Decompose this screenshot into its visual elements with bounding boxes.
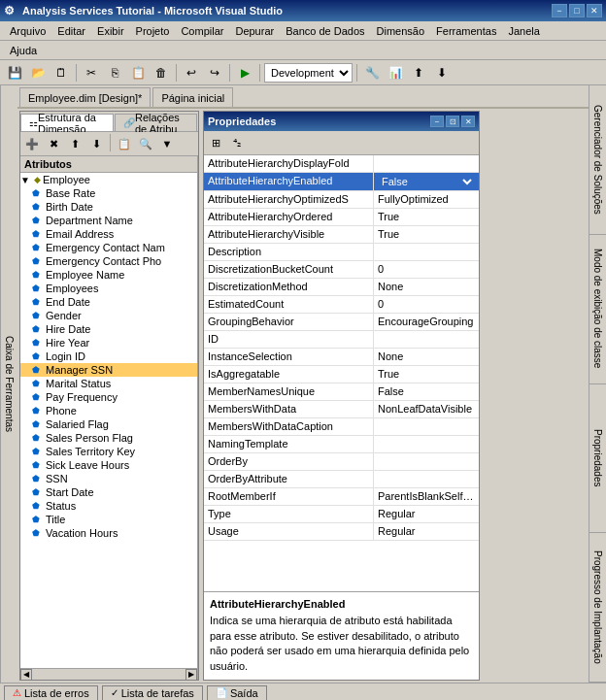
props-val-18[interactable] (374, 471, 479, 487)
props-row-7[interactable]: DiscretizationMethod None (204, 279, 479, 296)
props-row-21[interactable]: Usage Regular (204, 523, 479, 541)
status-tab-tarefas[interactable]: ✓ Lista de tarefas (102, 685, 203, 701)
props-val-21[interactable]: Regular (374, 523, 479, 540)
dim-btn-filter[interactable]: ▼ (157, 134, 177, 153)
menu-banco[interactable]: Banco de Dados (280, 23, 370, 39)
props-row-6[interactable]: DiscretizationBucketCount 0 (204, 261, 479, 279)
maximize-button[interactable]: □ (569, 4, 585, 17)
props-row-1[interactable]: AttributeHierarchyEnabled False True (204, 173, 479, 191)
props-minimize[interactable]: − (430, 116, 444, 127)
tree-item-11[interactable]: ⬟ Hire Year (20, 336, 197, 350)
toolbar-btn-d[interactable]: ⬇ (431, 62, 453, 83)
tree-item-23[interactable]: ⬟ Status (20, 499, 197, 513)
props-row-10[interactable]: ID (204, 331, 479, 349)
tab-welcome[interactable]: Página inicial (152, 87, 233, 107)
props-row-2[interactable]: AttributeHierarchyOptimizedS FullyOptimi… (204, 191, 479, 209)
right-label-props[interactable]: Propriedades (589, 384, 606, 534)
menu-compilar[interactable]: Compilar (175, 23, 229, 39)
tree-item-15[interactable]: ⬟ Pay Frequency (20, 390, 197, 404)
props-val-1[interactable]: False True (374, 173, 479, 190)
props-val-15[interactable] (374, 418, 479, 435)
toolbar-save[interactable]: 💾 (4, 62, 25, 83)
tree-item-13[interactable]: ⬟ Manager SSN (20, 363, 197, 377)
dim-btn-search[interactable]: 🔍 (136, 134, 155, 153)
tree-item-21[interactable]: ⬟ SSN (20, 472, 197, 485)
tree-root-employee[interactable]: ▼ ◆ Employee (20, 173, 197, 186)
title-bar-controls[interactable]: − □ ✕ (552, 4, 602, 17)
props-val-11[interactable]: None (374, 349, 479, 365)
tree-item-9[interactable]: ⬟ Gender (20, 309, 197, 322)
tree-item-18[interactable]: ⬟ Sales Person Flag (20, 431, 197, 445)
right-label-modo[interactable]: Modo de exibição de classe (589, 235, 606, 384)
props-row-20[interactable]: Type Regular (204, 506, 479, 523)
props-val-14[interactable]: NonLeafDataVisible (374, 401, 479, 417)
props-val-2[interactable]: FullyOptimized (374, 191, 479, 208)
dim-btn-view[interactable]: 📋 (115, 134, 134, 153)
props-row-5[interactable]: Description (204, 244, 479, 261)
props-val-9[interactable]: EncourageGrouping (374, 314, 479, 330)
tree-item-8[interactable]: ⬟ End Date (20, 295, 197, 309)
props-row-9[interactable]: GroupingBehavior EncourageGrouping (204, 314, 479, 331)
toolbar-save-all[interactable]: 🗒 (50, 62, 72, 83)
menu-arquivo[interactable]: Arquivo (4, 23, 51, 39)
scroll-right[interactable]: ▶ (185, 669, 197, 681)
props-val-10[interactable] (374, 331, 479, 348)
props-row-16[interactable]: NamingTemplate (204, 436, 479, 453)
props-val-7[interactable]: None (374, 279, 479, 295)
close-button[interactable]: ✕ (587, 4, 602, 17)
props-title-controls[interactable]: − ⊡ ✕ (430, 116, 475, 127)
right-label-gerenciador[interactable]: Gerenciador de Soluções (589, 85, 606, 235)
tree-item-6[interactable]: ⬟ Employee Name (20, 268, 197, 282)
tree-item-10[interactable]: ⬟ Hire Date (20, 322, 197, 336)
sub-tab-estrutura[interactable]: ⚏ Estrutura da Dimensão (20, 114, 114, 131)
menu-ferramentas[interactable]: Ferramentas (430, 23, 502, 39)
tree-item-17[interactable]: ⬟ Salaried Flag (20, 417, 197, 431)
props-close[interactable]: ✕ (461, 116, 475, 127)
status-tab-saida[interactable]: 📄 Saída (207, 685, 267, 701)
props-float[interactable]: ⊡ (446, 116, 459, 127)
menu-janela[interactable]: Janela (502, 23, 545, 39)
props-row-13[interactable]: MemberNamesUnique False (204, 383, 479, 401)
dim-btn-add[interactable]: ➕ (22, 134, 42, 153)
tree-item-24[interactable]: ⬟ Title (20, 513, 197, 526)
menu-ajuda[interactable]: Ajuda (4, 43, 43, 58)
toolbar-config-dropdown[interactable]: Development (264, 63, 353, 83)
toolbar-btn-c[interactable]: ⬆ (408, 62, 429, 83)
props-val-13[interactable]: False (374, 383, 479, 400)
left-panel-label[interactable]: Caixa de Ferramentas (0, 85, 17, 683)
toolbar-run[interactable]: ▶ (234, 62, 255, 83)
toolbar-open[interactable]: 📂 (27, 62, 49, 83)
tree-item-4[interactable]: ⬟ Emergency Contact Nam (20, 241, 197, 254)
toolbar-delete[interactable]: 🗑 (151, 62, 172, 83)
tree-item-22[interactable]: ⬟ Start Date (20, 485, 197, 499)
toolbar-copy[interactable]: ⎘ (104, 62, 125, 83)
status-tab-erros[interactable]: ⚠ Lista de erros (4, 685, 98, 701)
tree-item-5[interactable]: ⬟ Emergency Contact Pho (20, 254, 197, 268)
props-val-16[interactable] (374, 436, 479, 452)
props-row-12[interactable]: IsAggregatable True (204, 366, 479, 383)
props-sort-cat[interactable]: ⊞ (206, 133, 225, 152)
props-row-19[interactable]: RootMemberIf ParentIsBlankSelfOrMissing (204, 488, 479, 506)
tree-item-12[interactable]: ⬟ Login ID (20, 350, 197, 363)
menu-editar[interactable]: Editar (51, 23, 91, 39)
props-val-1-select[interactable]: False True (378, 175, 475, 188)
tree-item-2[interactable]: ⬟ Department Name (20, 214, 197, 227)
tab-employee-dim[interactable]: Employee.dim [Design]* (19, 87, 151, 107)
props-val-0[interactable] (374, 155, 479, 172)
dim-btn-down[interactable]: ⬇ (86, 134, 106, 153)
toolbar-cut[interactable]: ✂ (81, 62, 102, 83)
props-row-4[interactable]: AttributeHierarchyVisible True (204, 226, 479, 244)
menu-exibir[interactable]: Exibir (91, 23, 130, 39)
props-row-14[interactable]: MembersWithData NonLeafDataVisible (204, 401, 479, 418)
props-row-11[interactable]: InstanceSelection None (204, 349, 479, 366)
props-row-15[interactable]: MembersWithDataCaption (204, 418, 479, 436)
sub-tab-relacoes[interactable]: 🔗 Relações de Atribu (115, 114, 197, 131)
props-val-20[interactable]: Regular (374, 506, 479, 522)
props-sort-alpha[interactable]: ⁴₂ (227, 133, 247, 152)
tree-item-1[interactable]: ⬟ Birth Date (20, 200, 197, 214)
props-row-8[interactable]: EstimatedCount 0 (204, 296, 479, 314)
tree-item-3[interactable]: ⬟ Email Address (20, 227, 197, 241)
props-row-3[interactable]: AttributeHierarchyOrdered True (204, 209, 479, 226)
props-val-4[interactable]: True (374, 226, 479, 243)
toolbar-paste[interactable]: 📋 (127, 62, 149, 83)
